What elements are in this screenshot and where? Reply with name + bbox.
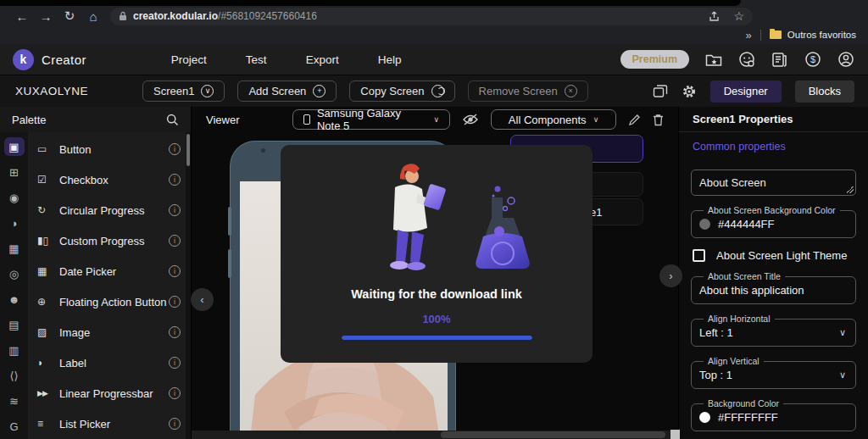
info-icon[interactable]: i [169, 174, 181, 186]
category-social-icon[interactable]: ☻ [4, 290, 25, 308]
category-storage-icon[interactable]: ▤ [4, 315, 25, 334]
category-maps-icon[interactable]: ▦ [4, 239, 25, 258]
reload-icon[interactable]: ↻ [58, 8, 81, 24]
palette-item-circular-progress[interactable]: ↻Circular Progressi [28, 195, 191, 225]
delete-trash-icon[interactable] [653, 114, 664, 126]
image-component-icon: ▨ [37, 326, 56, 338]
browser-tab-strip[interactable] [0, 0, 741, 6]
settings-gear-icon[interactable] [682, 84, 697, 99]
palette-item-date-picker[interactable]: ▦Date Pickeri [28, 256, 191, 286]
rename-pencil-icon[interactable] [628, 114, 641, 126]
palette-item-label: Image [59, 326, 169, 339]
light-theme-checkbox[interactable] [693, 249, 705, 262]
info-icon[interactable]: i [169, 418, 181, 430]
color-swatch[interactable] [699, 412, 710, 423]
info-icon[interactable]: i [169, 357, 181, 369]
palette-item-custom-progress[interactable]: ▮▯Custom Progressi [28, 225, 191, 256]
category-connectivity-icon[interactable]: ≋ [4, 392, 25, 410]
category-user-interface-icon[interactable]: ▣ [4, 137, 25, 156]
list-picker-component-icon: ≡ [37, 418, 56, 430]
blocks-tab[interactable]: Blocks [795, 81, 854, 103]
remove-screen-label: Remove Screen [479, 85, 558, 97]
menu-project[interactable]: Project [171, 53, 207, 66]
custom-progress-component-icon: ▮▯ [37, 235, 56, 247]
add-screen-button[interactable]: Add Screen + [237, 81, 337, 102]
project-name: XUXAOLYNE [15, 85, 142, 97]
forward-icon[interactable]: → [34, 9, 58, 24]
palette-item-image[interactable]: ▨Imagei [28, 317, 191, 347]
category-utilities-icon[interactable]: ▥ [4, 341, 25, 359]
color-swatch[interactable] [699, 219, 710, 230]
linear-progressbar-component-icon: ▶▶ [37, 389, 56, 397]
category-drawing-animation-icon[interactable]: ◑ [4, 214, 25, 232]
palette-item-linear-progressbar[interactable]: ▶▶Linear Progressbari [28, 378, 191, 408]
light-theme-row: About Screen Light Theme [693, 249, 854, 262]
moderation-icon[interactable] [737, 51, 755, 69]
back-icon[interactable]: ← [10, 9, 34, 24]
account-icon[interactable] [837, 51, 854, 69]
about-screen-textarea[interactable]: About Screen [691, 169, 856, 196]
menu-export[interactable]: Export [306, 53, 339, 66]
project-folder-icon[interactable] [704, 51, 722, 69]
component-filter-selector[interactable]: All Components ∨ [491, 109, 616, 130]
info-icon[interactable]: i [169, 235, 181, 247]
category-google-icon[interactable]: G [4, 417, 25, 436]
remove-screen-button[interactable]: Remove Screen × [468, 81, 588, 102]
info-icon[interactable]: i [169, 265, 181, 277]
kodular-logo[interactable]: k [13, 49, 34, 70]
menu-test[interactable]: Test [246, 53, 267, 66]
bookmarks-folder-label[interactable]: Outros favoritos [787, 30, 856, 40]
resize-grip-icon[interactable] [846, 186, 854, 193]
info-icon[interactable]: i [169, 204, 181, 216]
home-icon[interactable]: ⌂ [81, 9, 105, 24]
chevron-down-icon: ∨ [593, 115, 599, 124]
premium-button[interactable]: Premium [620, 50, 690, 69]
share-icon[interactable] [709, 10, 721, 22]
scrollbar-thumb[interactable] [186, 134, 190, 166]
designer-tab[interactable]: Designer [710, 81, 782, 103]
collapse-palette-handle[interactable]: ‹ [191, 288, 214, 311]
align-horizontal-field[interactable]: Align Horizontal Left : 1 ∨ [691, 314, 856, 347]
palette-item-button[interactable]: ▭Buttoni [28, 134, 191, 164]
align-vertical-value: Top : 1 [699, 369, 732, 381]
palette-item-list-picker[interactable]: ≡List Pickeri [28, 408, 191, 439]
background-color-field[interactable]: Background Color #FFFFFFFF [691, 398, 856, 431]
screen-selector-button[interactable]: Screen1 ∨ [142, 81, 225, 102]
bookmarks-bar: » Outros favoritos [0, 25, 868, 44]
monetization-icon[interactable]: $ [804, 51, 821, 69]
about-screen-title-field[interactable]: About Screen Title About this applicatio… [691, 271, 856, 304]
bookmark-star-icon[interactable]: ☆ [733, 9, 744, 23]
bookmarks-folder-icon [770, 31, 782, 39]
copy-screen-button[interactable]: Copy Screen [349, 81, 454, 102]
category-dynamic-components-icon[interactable]: ⟨⟩ [4, 366, 25, 385]
scrollbar-thumb[interactable] [441, 431, 666, 438]
info-icon[interactable]: i [169, 326, 181, 338]
plus-icon: + [313, 85, 326, 97]
menu-help[interactable]: Help [378, 53, 402, 66]
screens-overview-icon[interactable] [653, 84, 668, 98]
search-icon[interactable] [166, 114, 179, 126]
address-bar[interactable]: creator.kodular.io/#5681092457660416 ☆ [110, 8, 753, 25]
palette-item-checkbox[interactable]: ☑Checkboxi [28, 164, 191, 195]
category-sensors-icon[interactable]: ◎ [4, 264, 25, 283]
palette-item-label: Date Picker [59, 265, 169, 278]
about-screen-background-color-field[interactable]: About Screen Background Color #444444FF [691, 205, 856, 238]
info-icon[interactable]: i [169, 143, 181, 155]
category-media-icon[interactable]: ◉ [4, 188, 25, 207]
align-vertical-field[interactable]: Align Vertical Top : 1 ∨ [691, 356, 856, 389]
bookmarks-overflow-icon[interactable]: » [746, 29, 752, 42]
expand-tree-handle[interactable]: › [659, 264, 682, 287]
about-screen-value: About Screen [699, 176, 766, 189]
palette-item-label[interactable]: ◗Labeli [28, 347, 191, 378]
progress-bar [342, 336, 532, 340]
news-icon[interactable] [771, 51, 788, 69]
category-layout-icon[interactable]: ⊞ [4, 163, 25, 181]
palette-item-floating-action-button[interactable]: ⊕Floating Action Buttoni [28, 286, 191, 317]
info-icon[interactable]: i [169, 387, 181, 399]
palette-item-label: Label [59, 357, 169, 370]
visibility-toggle-icon[interactable] [462, 113, 479, 126]
viewer-horizontal-scrollbar[interactable] [192, 431, 670, 439]
info-icon[interactable]: i [169, 296, 181, 308]
palette-title: Palette [12, 114, 46, 126]
device-selector[interactable]: Samsung Galaxy Note 5 ∨ [292, 109, 451, 130]
